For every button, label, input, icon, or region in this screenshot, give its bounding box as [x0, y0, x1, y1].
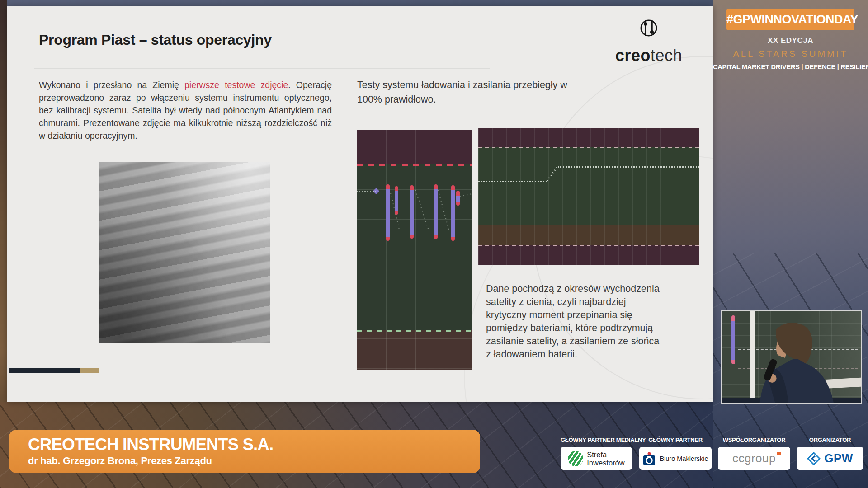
event-hashtag-banner: #GPWINNOVATIONDAY	[726, 9, 854, 30]
event-summit: ALL STARS SUMMIT	[713, 49, 868, 59]
partner-logo-box: ccgroup	[718, 447, 790, 470]
event-edition: XX EDYCJA	[713, 36, 868, 45]
partner-logo-box: Biuro Maklerskie	[639, 447, 712, 470]
title-divider	[34, 68, 490, 69]
partner-logo-box: GPW	[797, 447, 863, 470]
partner-coorganizer: WSPÓŁORGANIZATOR ccgroup	[718, 436, 790, 470]
bottom-paragraph: Dane pochodzą z okresów wychodzenia sate…	[486, 282, 660, 361]
company-name: CREOTECH INSTRUMENTS S.A.	[28, 435, 480, 454]
gpw-icon	[807, 452, 821, 465]
spike	[410, 185, 414, 239]
spike	[456, 191, 460, 206]
progress-bar	[9, 368, 99, 373]
progress-segment-tan	[80, 368, 99, 373]
spike	[451, 185, 455, 241]
pko-bank-icon	[642, 451, 656, 466]
partner-media: GŁÓWNY PARTNER MEDIALNY StrefaInwestorów	[561, 436, 632, 470]
wordmark-bold: creo	[615, 46, 651, 65]
event-tagline: CAPITAL MARKET DRIVERS | DEFENCE | RESIL…	[713, 63, 868, 70]
dash-green2	[478, 225, 699, 225]
partner-role: WSPÓŁORGANIZATOR	[718, 436, 790, 443]
stage-background-top	[7, 0, 713, 6]
presentation-slide: Program Piast – status operacyjny Wykona…	[7, 6, 713, 402]
spike	[434, 184, 438, 239]
dash-red	[357, 164, 472, 166]
partner-role: GŁÓWNY PARTNER MEDIALNY	[561, 436, 632, 443]
page-title: Program Piast – status operacyjny	[39, 32, 272, 48]
ccgroup-logo: ccgroup	[732, 451, 776, 465]
right-intro-text: Testy systemu ładowania i zasilania prze…	[357, 78, 567, 107]
dot-trace	[357, 191, 376, 192]
partner-logo-text: StrefaInwestorów	[587, 450, 624, 467]
speaker-banner: CREOTECH INSTRUMENTS S.A. dr hab. Grzego…	[9, 430, 480, 473]
creotech-logo: creotech	[601, 16, 696, 65]
speaker-name: dr hab. Grzegorz Brona, Prezes Zarządu	[28, 455, 480, 467]
speaker-video-thumbnail	[721, 310, 862, 404]
satellite-cloud-image	[99, 162, 270, 343]
partner-main: GŁÓWNY PARTNER Biuro Maklerskie	[639, 436, 712, 470]
left-paragraph: Wykonano i przesłano na Ziemię pierwsze …	[39, 79, 332, 142]
telemetry-chart-left	[357, 130, 472, 370]
creotech-wordmark: creotech	[601, 46, 696, 65]
partner-role: ORGANIZATOR	[797, 436, 863, 443]
dash-pink	[478, 147, 699, 148]
partner-role: GŁÓWNY PARTNER	[639, 436, 712, 443]
spike	[395, 186, 398, 215]
partner-logo-text: GPW	[824, 451, 853, 465]
progress-segment-dark	[9, 368, 80, 373]
partner-logo-text: ccgroup	[732, 451, 776, 465]
spike	[386, 184, 390, 241]
dash-green	[357, 330, 472, 332]
logo-line: Strefa	[587, 450, 607, 459]
chart-step-connector	[478, 128, 699, 265]
partner-organizer: ORGANIZATOR GPW	[797, 436, 863, 470]
partner-logo-text: Biuro Maklerskie	[660, 455, 708, 462]
telemetry-chart-right	[478, 128, 699, 265]
strefa-inwestorow-icon	[568, 451, 583, 466]
event-sidebar: #GPWINNOVATIONDAY XX EDYCJA ALL STARS SU…	[713, 0, 868, 312]
trace	[558, 166, 699, 168]
highlight-text: pierwsze testowe zdjęcie	[184, 80, 288, 90]
partner-logo-box: StrefaInwestorów	[561, 447, 632, 470]
dash-pink	[478, 245, 699, 246]
wordmark-light: tech	[651, 46, 682, 65]
speaker-silhouette	[722, 311, 861, 403]
trace	[478, 181, 547, 182]
paragraph-text: Wykonano i przesłano na Ziemię	[39, 80, 184, 90]
ccgroup-square-icon	[777, 452, 781, 455]
logo-line: Inwestorów	[587, 459, 624, 467]
creotech-icon	[636, 16, 661, 42]
